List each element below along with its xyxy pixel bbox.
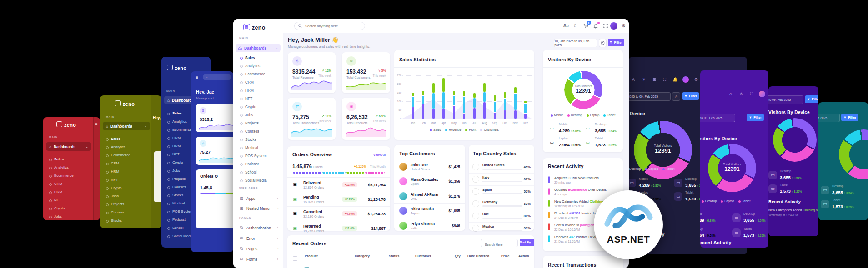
gear-icon[interactable]: ⚙: [693, 76, 699, 83]
customer-row[interactable]: Maria GonzalezSpain $1,356: [394, 174, 465, 189]
select-all-checkbox[interactable]: [293, 254, 297, 263]
sidebar-item[interactable]: Ecommerce: [233, 70, 283, 78]
sidebar-item[interactable]: Jobs: [100, 192, 151, 200]
column-header[interactable]: Category: [355, 254, 370, 258]
sidebar-item[interactable]: Projects: [233, 119, 283, 127]
notifications-icon[interactable]: [592, 22, 599, 30]
table-search-input[interactable]: [484, 243, 517, 247]
sort-by-button[interactable]: Sort By ⌄: [520, 239, 534, 246]
filter-button[interactable]: ▼Filter: [747, 114, 764, 121]
filter-button[interactable]: ▼Filter: [805, 95, 818, 103]
search-bar[interactable]: [294, 22, 365, 30]
stat-card-revenue[interactable]: $ $315,244Total Revenue ↗ 12%This week: [288, 52, 336, 93]
sidebar-item[interactable]: NFT: [43, 196, 93, 204]
gear-icon[interactable]: ⚙: [620, 22, 627, 30]
sidebar-item[interactable]: School: [233, 168, 283, 176]
date-range-chip[interactable]: 10, Jan 2025 to 09, Feb 2025: [768, 95, 803, 104]
sidebar-item[interactable]: Sales: [100, 135, 151, 143]
sidebar-item[interactable]: HRM: [233, 86, 283, 94]
cart-icon[interactable]: 5: [582, 22, 589, 30]
sidebar-item[interactable]: ⧉Pages›: [233, 243, 283, 254]
theme-toggle-icon[interactable]: ☀: [641, 76, 647, 83]
column-header[interactable]: Status: [389, 254, 399, 258]
customer-row[interactable]: Akira TanakaJapan $1,055: [394, 203, 465, 218]
filter-button[interactable]: ▼Filter: [682, 92, 699, 100]
sidebar-item[interactable]: Analytics: [233, 62, 283, 70]
fullscreen-icon[interactable]: [602, 22, 609, 30]
sidebar-item[interactable]: HRM: [43, 188, 93, 196]
translate-icon[interactable]: A⇄: [562, 22, 570, 30]
filter-button[interactable]: ▼Filter: [841, 114, 858, 121]
sidebar-item[interactable]: Sales: [233, 54, 283, 62]
order-status-row[interactable]: ▣ Pending15,875 Orders +2.76% $1,234.78: [287, 192, 390, 206]
customer-row[interactable]: John DoeUnited States $1,425: [394, 159, 465, 174]
date-range-chip[interactable]: 10, Jan 2025 to 09, Feb 2025: [629, 92, 671, 101]
theme-toggle-icon[interactable]: ☀: [738, 91, 744, 97]
column-header[interactable]: Date Ordered: [467, 254, 489, 258]
date-range-chip[interactable]: 10, Jan 2025 to 09, Feb 2025: [818, 114, 840, 122]
fullscreen-icon[interactable]: ⛶: [748, 91, 755, 97]
hamburger-icon[interactable]: ≡: [95, 122, 97, 126]
clock-button[interactable]: ◷: [672, 92, 680, 101]
country-row[interactable]: Spain 52%: [469, 185, 534, 198]
hamburger-icon[interactable]: ≡: [286, 23, 289, 29]
sidebar-item-dashboards[interactable]: Dashboards⌄: [236, 44, 281, 52]
sidebar-item[interactable]: Crypto: [233, 103, 283, 111]
sidebar-item[interactable]: Projects: [100, 200, 151, 208]
sidebar-item[interactable]: HRM: [100, 168, 151, 176]
sidebar-item[interactable]: ⊞Nested Menu›: [233, 203, 283, 213]
logo[interactable]: zeno: [243, 23, 266, 31]
column-header[interactable]: Action: [518, 254, 529, 258]
search-input[interactable]: [304, 24, 356, 29]
country-row[interactable]: Mexico 39%: [469, 222, 534, 234]
notifications-icon[interactable]: 🔔: [672, 76, 678, 83]
country-row[interactable]: Uae 80%: [469, 210, 534, 222]
sidebar-item[interactable]: Crypto: [100, 184, 151, 192]
sidebar-item[interactable]: Social Media: [233, 176, 283, 184]
column-header[interactable]: Product: [305, 254, 318, 258]
sidebar-item[interactable]: ⧉Forms›: [233, 254, 283, 264]
apps-grid-icon[interactable]: ⊞: [651, 76, 657, 83]
clock-button[interactable]: [599, 39, 607, 47]
sidebar-item[interactable]: Courses: [100, 208, 151, 217]
translate-icon[interactable]: A: [630, 76, 637, 83]
sidebar-item[interactable]: ⧉Error›: [233, 233, 283, 243]
avatar[interactable]: [682, 76, 689, 83]
sidebar-item[interactable]: POS System: [233, 152, 283, 160]
date-range-chip[interactable]: 10, Jan 2025 to 09, Feb 2025: [700, 114, 735, 122]
country-row[interactable]: Germany 32%: [469, 198, 534, 210]
sidebar-item-dashboards[interactable]: ⌂Dashboards⌄: [103, 122, 150, 130]
sidebar-item[interactable]: Analytics: [43, 164, 93, 172]
avatar[interactable]: [610, 22, 617, 30]
sidebar-item[interactable]: Analytics: [100, 143, 151, 151]
column-header[interactable]: Qty: [455, 254, 461, 258]
sidebar-item[interactable]: ⧉Authentication›: [233, 223, 283, 233]
avatar[interactable]: [759, 91, 765, 97]
table-row[interactable]: Elegance Wall Clock Home Decor Pending J…: [287, 264, 534, 268]
sidebar-item[interactable]: Jobs: [43, 213, 93, 220]
sidebar-item[interactable]: NFT: [233, 94, 283, 103]
sidebar-item[interactable]: Medical: [233, 144, 283, 152]
view-all-link[interactable]: View All: [373, 153, 386, 157]
sidebar-item[interactable]: NFT: [100, 176, 151, 184]
filter-button[interactable]: Filter: [608, 39, 624, 46]
sidebar-item[interactable]: CRM: [43, 180, 93, 188]
activity-item[interactable]: Acquired 3,156 New Products 25 mins ago: [543, 175, 623, 187]
sidebar-item[interactable]: Courses: [233, 127, 283, 135]
sidebar-item[interactable]: Podcast: [233, 160, 283, 168]
date-range-chip[interactable]: 10, Jan 2025 to 09, Feb 2025: [554, 39, 597, 47]
stat-card-transactions[interactable]: ⇄ 75,275Total Transactions ↗ 11%This wee…: [288, 98, 336, 140]
sidebar-item[interactable]: Stocks: [233, 135, 283, 144]
sidebar-item[interactable]: ⊞Apps›: [233, 194, 283, 203]
country-row[interactable]: United States 45%: [469, 161, 534, 173]
sidebar-item[interactable]: Jobs: [233, 111, 283, 119]
sidebar-item[interactable]: Ecommerce: [43, 172, 93, 180]
stat-card-customers[interactable]: ☺ 153,432Total Customers ↘ 5%This week: [342, 52, 390, 93]
order-status-row[interactable]: ▣ Delivered12,864 Orders +12.6% $5,11,75…: [287, 177, 390, 192]
country-row[interactable]: Italy 67%: [469, 173, 534, 185]
customer-row[interactable]: Priya SharmaIndia $946: [394, 218, 465, 233]
sidebar-item[interactable]: Ecommerce: [100, 151, 151, 159]
stat-card-products[interactable]: ▣ 6,26,532Total Products ↗ 6.9%This week: [342, 98, 390, 140]
sidebar-item-dashboards[interactable]: ⌂Dashboards⌄: [46, 142, 91, 151]
sidebar-item[interactable]: CRM: [100, 159, 151, 168]
